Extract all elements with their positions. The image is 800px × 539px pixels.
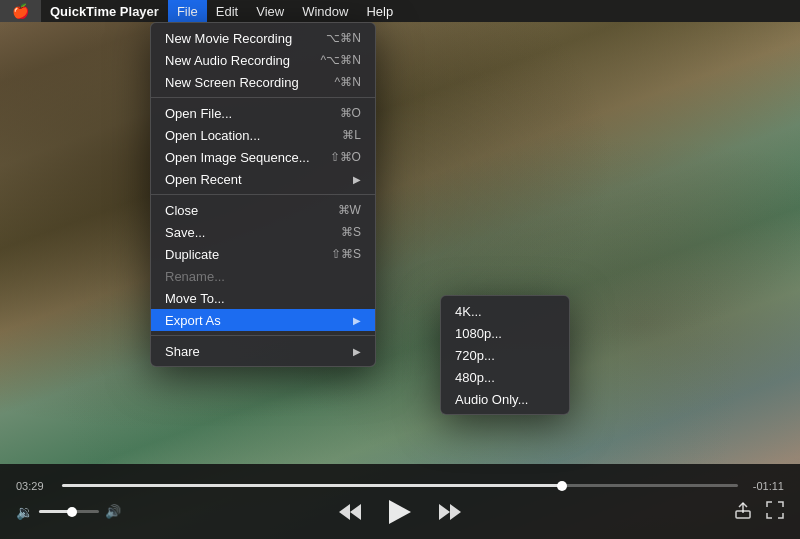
progress-bar-row: 03:29 -01:11	[16, 480, 784, 492]
progress-fill	[62, 484, 562, 487]
separator-1	[151, 97, 375, 98]
rewind-button[interactable]	[339, 504, 361, 520]
right-controls	[734, 501, 784, 523]
volume-up-icon: 🔊	[105, 504, 121, 519]
menu-item-export-4k[interactable]: 4K...	[441, 300, 569, 322]
menu-item-export-1080p[interactable]: 1080p...	[441, 322, 569, 344]
volume-icon: 🔉	[16, 504, 33, 520]
menu-bar: 🍎 QuickTime Player File Edit View Window…	[0, 0, 800, 22]
export-submenu: 4K... 1080p... 720p... 480p... Audio Onl…	[440, 295, 570, 415]
svg-marker-0	[350, 504, 361, 520]
center-controls	[339, 500, 461, 524]
menu-item-export-480p[interactable]: 480p...	[441, 366, 569, 388]
menu-item-export-audio[interactable]: Audio Only...	[441, 388, 569, 410]
volume-area: 🔉 🔊	[16, 504, 121, 520]
menu-item-share[interactable]: Share ▶	[151, 340, 375, 362]
menu-item-open-file[interactable]: Open File... ⌘O	[151, 102, 375, 124]
window-menu-item[interactable]: Window	[293, 0, 357, 22]
progress-thumb	[557, 481, 567, 491]
edit-menu-item[interactable]: Edit	[207, 0, 247, 22]
menu-item-save[interactable]: Save... ⌘S	[151, 221, 375, 243]
separator-3	[151, 335, 375, 336]
time-current: 03:29	[16, 480, 52, 492]
share-button[interactable]	[734, 501, 752, 523]
separator-2	[151, 194, 375, 195]
menu-item-rename: Rename...	[151, 265, 375, 287]
volume-track[interactable]	[39, 510, 99, 513]
menu-item-new-movie[interactable]: New Movie Recording ⌥⌘N	[151, 27, 375, 49]
play-button[interactable]	[389, 500, 411, 524]
svg-marker-1	[339, 504, 350, 520]
menu-item-export-720p[interactable]: 720p...	[441, 344, 569, 366]
fast-forward-button[interactable]	[439, 504, 461, 520]
video-background	[0, 0, 800, 539]
menu-item-close[interactable]: Close ⌘W	[151, 199, 375, 221]
fullscreen-button[interactable]	[766, 501, 784, 523]
menu-item-new-audio[interactable]: New Audio Recording ^⌥⌘N	[151, 49, 375, 71]
svg-marker-2	[389, 500, 411, 524]
menu-item-move-to[interactable]: Move To...	[151, 287, 375, 309]
svg-marker-3	[439, 504, 450, 520]
menu-item-open-location[interactable]: Open Location... ⌘L	[151, 124, 375, 146]
video-controls: 03:29 -01:11 🔉 🔊	[0, 464, 800, 539]
help-menu-item[interactable]: Help	[357, 0, 402, 22]
time-remaining: -01:11	[748, 480, 784, 492]
view-menu-item[interactable]: View	[247, 0, 293, 22]
menu-item-duplicate[interactable]: Duplicate ⇧⌘S	[151, 243, 375, 265]
apple-menu-item[interactable]: 🍎	[0, 0, 41, 22]
menu-item-new-screen[interactable]: New Screen Recording ^⌘N	[151, 71, 375, 93]
menu-item-open-recent[interactable]: Open Recent ▶	[151, 168, 375, 190]
controls-row: 🔉 🔊	[16, 500, 784, 524]
svg-marker-4	[450, 504, 461, 520]
volume-thumb	[67, 507, 77, 517]
app-menu-item[interactable]: QuickTime Player	[41, 0, 168, 22]
menu-item-open-image-seq[interactable]: Open Image Sequence... ⇧⌘O	[151, 146, 375, 168]
file-menu-dropdown: New Movie Recording ⌥⌘N New Audio Record…	[150, 22, 376, 367]
menu-item-export-as[interactable]: Export As ▶	[151, 309, 375, 331]
progress-track[interactable]	[62, 484, 738, 487]
file-menu-item[interactable]: File	[168, 0, 207, 22]
